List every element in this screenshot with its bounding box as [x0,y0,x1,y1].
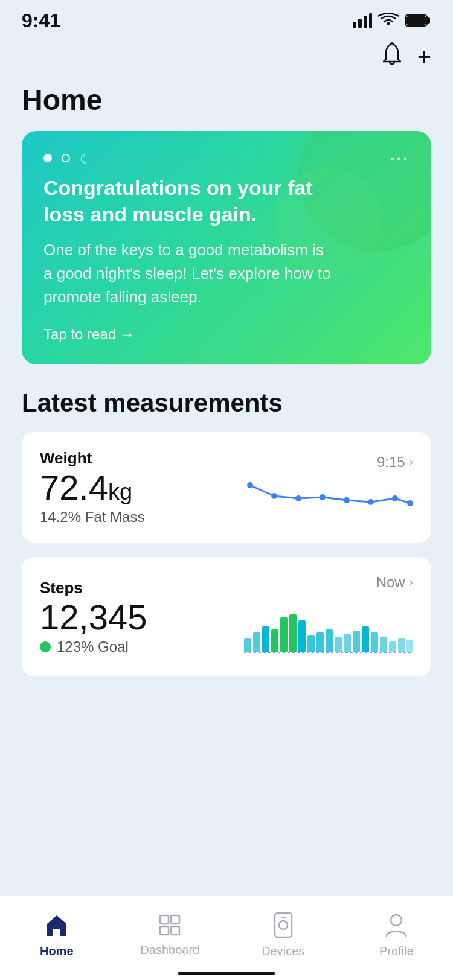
weight-time: 9:15 › [377,454,413,471]
banner-dot-2 [62,154,70,162]
banner-menu-dots[interactable]: ··· [390,149,410,168]
svg-point-13 [392,495,398,501]
svg-rect-29 [362,626,369,652]
status-icons [353,13,431,28]
goal-dot [40,641,51,652]
weight-label: Weight [40,449,144,468]
svg-point-40 [279,921,288,929]
nav-item-dashboard[interactable]: Dashboard [114,896,227,968]
bottom-nav: Home Dashboard Devices [0,896,453,980]
home-indicator [178,972,275,975]
svg-rect-18 [262,626,269,652]
svg-rect-33 [398,638,405,652]
svg-rect-16 [244,638,251,652]
devices-nav-label: Devices [262,944,304,958]
svg-rect-17 [253,632,260,652]
svg-rect-26 [335,637,342,652]
svg-rect-30 [371,632,378,652]
header: + [0,36,453,77]
svg-point-6 [391,42,393,45]
banner-body: One of the keys to a good metabolism is … [43,238,333,309]
weight-chevron: › [409,454,413,470]
svg-rect-27 [344,634,351,652]
svg-rect-1 [358,19,362,28]
svg-point-12 [368,499,374,505]
weight-card[interactable]: Weight 72.4kg 14.2% Fat Mass 9:15 › [22,432,431,542]
svg-rect-24 [316,632,324,652]
svg-rect-28 [353,631,360,652]
svg-rect-19 [271,629,278,652]
steps-label: Steps [40,579,147,597]
svg-rect-0 [353,22,356,28]
svg-rect-41 [281,917,286,918]
steps-card-right: Now › [244,574,413,660]
svg-point-9 [295,495,301,501]
profile-nav-icon [384,912,408,941]
nav-item-devices[interactable]: Devices [226,896,340,968]
svg-rect-5 [406,16,426,25]
battery-icon [405,14,431,27]
status-bar: 9:41 [0,0,453,36]
weight-value: 72.4kg [40,470,144,505]
steps-chart [244,599,413,660]
nav-item-home[interactable]: Home [0,896,114,968]
steps-time: Now › [376,574,413,591]
svg-point-10 [320,494,326,500]
profile-nav-label: Profile [379,944,414,958]
svg-point-42 [391,915,402,926]
svg-rect-25 [326,629,333,652]
svg-rect-2 [364,16,367,28]
add-icon[interactable]: + [417,43,431,71]
nav-item-profile[interactable]: Profile [340,896,454,968]
steps-value: 12,345 [40,600,147,635]
steps-goal: 123% Goal [40,638,147,655]
banner-card[interactable]: ☾ ··· Congratulations on your fat loss a… [22,131,431,364]
section-title: Latest measurements [0,389,453,432]
weight-sub: 14.2% Fat Mass [40,509,144,526]
dashboard-nav-icon [158,913,182,940]
home-nav-label: Home [40,944,74,958]
notification-icon[interactable] [381,42,403,71]
svg-rect-23 [307,635,315,652]
signal-icon [353,13,372,28]
svg-rect-3 [369,13,372,28]
dashboard-nav-label: Dashboard [140,943,199,957]
svg-rect-35 [160,915,169,924]
svg-rect-32 [389,641,396,652]
steps-card-left: Steps 12,345 123% Goal [40,579,147,655]
steps-card[interactable]: Steps 12,345 123% Goal Now › [22,557,431,676]
weight-chart [244,479,413,521]
devices-nav-icon [271,912,295,941]
svg-point-14 [407,500,413,506]
page-title: Home [0,77,453,131]
steps-chevron: › [409,574,413,590]
svg-rect-20 [280,617,288,652]
svg-rect-31 [380,637,387,652]
svg-rect-22 [298,620,306,652]
svg-point-11 [344,497,350,503]
svg-rect-34 [406,640,413,652]
banner-title: Congratulations on your fat loss and mus… [43,174,321,228]
svg-rect-37 [160,926,169,935]
weight-card-right: 9:15 › [244,454,413,521]
svg-rect-21 [289,614,297,652]
svg-rect-36 [171,915,179,924]
home-nav-icon [43,912,70,941]
banner-cta[interactable]: Tap to read → [43,326,410,343]
svg-point-7 [247,482,253,488]
svg-point-8 [271,493,277,499]
svg-rect-38 [171,926,179,935]
bottom-pad [0,691,453,788]
banner-dot-1 [43,154,52,162]
weight-card-left: Weight 72.4kg 14.2% Fat Mass [40,449,144,526]
banner-moon-icon: ☾ [80,151,92,167]
status-time: 9:41 [22,10,60,32]
wifi-icon [378,13,399,28]
